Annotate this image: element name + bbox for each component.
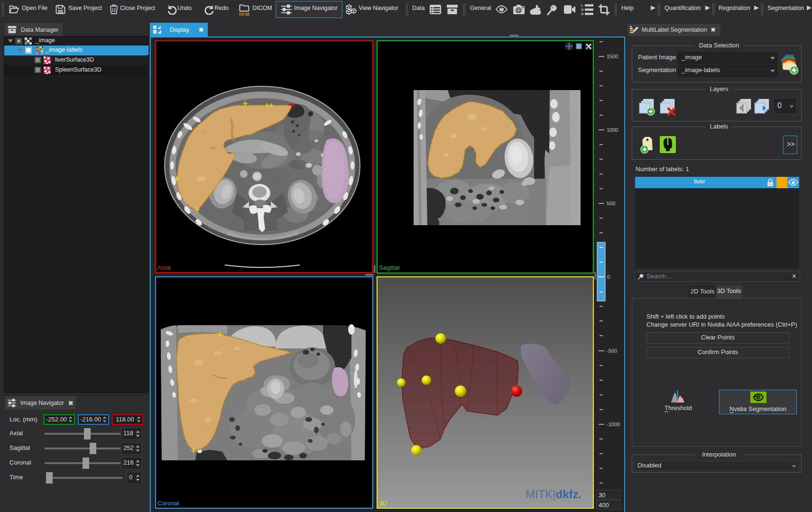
svg-text:500: 500: [607, 201, 615, 206]
svg-text:1000: 1000: [607, 127, 618, 133]
svg-text:O: O: [581, 8, 584, 11]
svg-text:Axial: Axial: [157, 264, 171, 271]
svg-text:DCM: DCM: [239, 11, 249, 16]
svg-text:-500: -500: [607, 348, 617, 354]
svg-text:L: L: [581, 4, 583, 7]
svg-text:MITK|dkfz.: MITK|dkfz.: [526, 488, 581, 501]
svg-text:-1000: -1000: [607, 421, 620, 427]
svg-text:0: 0: [607, 274, 610, 280]
svg-text:Sagittal: Sagittal: [379, 264, 399, 271]
svg-text:3D: 3D: [379, 500, 387, 507]
svg-text:1500: 1500: [607, 54, 618, 59]
svg-text:Coronal: Coronal: [157, 500, 179, 507]
svg-text:G: G: [581, 12, 584, 16]
